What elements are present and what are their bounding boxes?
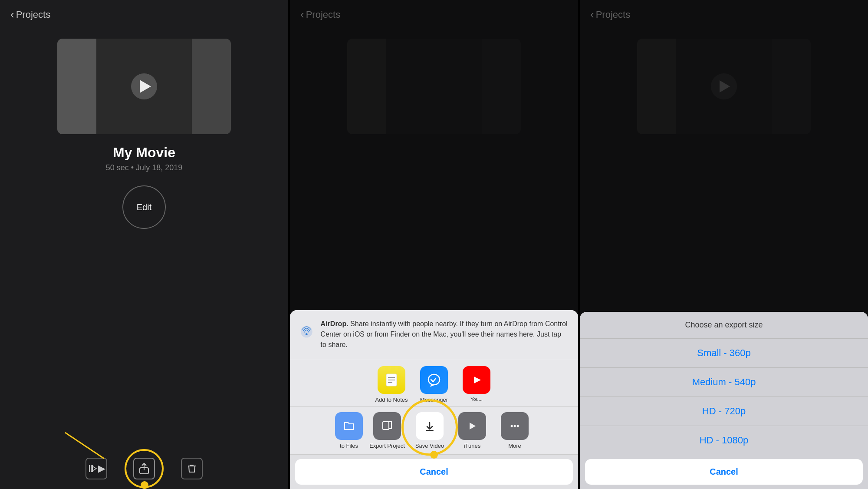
app-label-notes: Add to Notes (375, 396, 408, 403)
thumb-strip-left (57, 39, 96, 134)
export-option-1080p[interactable]: HD - 1080p (580, 426, 868, 455)
thumb-main (96, 39, 192, 134)
video-thumbnail[interactable] (57, 39, 231, 134)
export-proj-icon (373, 412, 401, 440)
notes-svg (384, 372, 399, 388)
svg-rect-0 (89, 465, 90, 472)
play-button[interactable]: ▶ (85, 458, 107, 479)
svg-point-19 (511, 425, 513, 427)
play-icon (131, 73, 157, 99)
play-btn-icon (88, 463, 98, 474)
panel-3: ‹ Projects Choose an export size Small -… (580, 0, 868, 489)
save-video-svg (423, 419, 437, 433)
messenger-svg (426, 372, 442, 388)
back-button-1[interactable]: ‹ Projects (10, 8, 50, 21)
export-option-720p[interactable]: HD - 720p (580, 397, 868, 426)
svg-marker-18 (470, 423, 476, 430)
edit-button[interactable]: Edit (122, 185, 166, 229)
more-svg (509, 420, 521, 432)
cancel-button-3[interactable]: Cancel (585, 459, 863, 485)
svg-rect-14 (383, 422, 389, 430)
airdrop-title: AirDrop. (321, 320, 349, 327)
app-item-notes[interactable]: Add to Notes (372, 366, 411, 403)
app-item-youtube[interactable]: You... (457, 366, 496, 403)
nav-title-1: Projects (16, 9, 50, 20)
nav-bar-1: ‹ Projects (0, 0, 288, 26)
files-svg (343, 420, 355, 432)
save-video-icon (416, 412, 444, 440)
panel1-content: My Movie 50 sec • July 18, 2019 Edit (0, 26, 288, 469)
svg-point-20 (514, 425, 516, 427)
thumb-strip-right (192, 39, 231, 134)
cancel-button-2[interactable]: Cancel (295, 459, 573, 485)
app-label-youtube: You... (470, 396, 483, 402)
play-text-icon: ▶ (98, 463, 105, 474)
youtube-icon (463, 366, 490, 394)
youtube-svg (469, 372, 484, 388)
action-label-files: to Files (340, 443, 358, 449)
itunes-svg (466, 420, 478, 432)
airdrop-text: AirDrop. Share instantly with people nea… (321, 319, 568, 350)
action-label-more: More (508, 443, 521, 449)
export-sheet: Choose an export size Small - 360p Mediu… (580, 312, 868, 489)
action-item-save-video[interactable]: Save Video (410, 412, 449, 449)
airdrop-icon (300, 319, 313, 345)
svg-point-12 (428, 374, 440, 385)
messenger-icon (420, 366, 448, 394)
notes-icon (378, 366, 405, 394)
share-icon (138, 463, 150, 475)
share-button[interactable] (133, 458, 155, 479)
airdrop-description: AirDrop. Share instantly with people nea… (321, 320, 568, 348)
action-item-export-proj[interactable]: Export Project (368, 412, 407, 449)
export-option-540p[interactable]: Medium - 540p (580, 368, 868, 397)
airdrop-section: AirDrop. Share instantly with people nea… (290, 310, 578, 359)
files-icon (335, 412, 363, 440)
action-item-itunes[interactable]: iTunes (453, 412, 492, 449)
more-icon (501, 412, 529, 440)
app-row: Add to Notes Messenger (290, 359, 578, 407)
action-row: to Files Export Project (290, 407, 578, 455)
export-title: Choose an export size (580, 312, 868, 339)
action-item-more[interactable]: More (495, 412, 534, 449)
movie-title: My Movie (113, 145, 175, 161)
panel-1: ‹ Projects My Movie 50 sec • July 18, 20… (0, 0, 288, 489)
airdrop-desc-text: Share instantly with people nearby. If t… (321, 320, 568, 348)
bottom-toolbar: ▶ (0, 469, 288, 489)
app-item-messenger[interactable]: Messenger (414, 366, 454, 403)
svg-point-7 (306, 333, 308, 335)
panel-2: ‹ Projects AirDrop. Share instantly wi (290, 0, 578, 489)
share-sheet: AirDrop. Share instantly with people nea… (290, 310, 578, 489)
chevron-icon-1: ‹ (10, 8, 14, 21)
yellow-dot-save-video (430, 451, 438, 459)
movie-meta: 50 sec • July 18, 2019 (106, 163, 182, 172)
svg-point-6 (301, 326, 312, 338)
itunes-icon (458, 412, 486, 440)
delete-icon (187, 463, 197, 474)
share-btn-wrapper (133, 458, 155, 479)
play-triangle (140, 80, 151, 93)
action-label-save-video: Save Video (415, 443, 444, 449)
export-option-360p[interactable]: Small - 360p (580, 339, 868, 368)
action-label-export-proj: Export Project (369, 443, 405, 449)
svg-marker-13 (474, 377, 481, 383)
delete-button[interactable] (181, 458, 203, 479)
svg-point-21 (517, 425, 519, 427)
action-label-itunes: iTunes (464, 443, 481, 449)
export-proj-svg (381, 420, 393, 432)
app-label-messenger: Messenger (420, 396, 448, 403)
action-item-files[interactable]: to Files (334, 412, 364, 449)
